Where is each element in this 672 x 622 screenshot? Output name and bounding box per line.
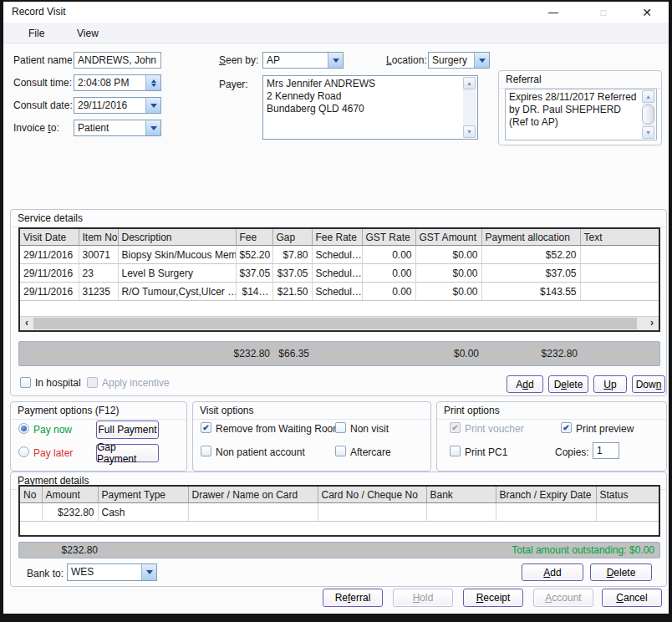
in-hospital-checkbox[interactable] bbox=[20, 377, 31, 388]
print-preview-label[interactable]: Print preview bbox=[576, 423, 634, 435]
cell[interactable] bbox=[580, 264, 659, 283]
non-patient-account-label[interactable]: Non patient account bbox=[216, 446, 305, 458]
referral-scrollbar[interactable]: ▲ ▼ bbox=[642, 90, 655, 139]
receipt-button[interactable]: Receipt bbox=[463, 589, 523, 607]
cell[interactable]: $37.05 bbox=[481, 264, 580, 283]
cell[interactable]: Biopsy Skin/Mucous Mem… bbox=[118, 246, 236, 264]
cell[interactable]: Schedul… bbox=[312, 264, 362, 283]
service-up-button[interactable]: Up bbox=[593, 375, 627, 393]
aftercare-checkbox[interactable] bbox=[335, 446, 346, 456]
print-preview-checkbox[interactable]: ✔ bbox=[561, 422, 572, 433]
cell[interactable]: 0.00 bbox=[362, 264, 415, 283]
cell[interactable]: $37.05 bbox=[272, 264, 312, 283]
cell[interactable]: $37.05 bbox=[236, 264, 272, 283]
full-payment-button[interactable]: Full Payment bbox=[96, 421, 159, 439]
cell[interactable]: Level B Surgery bbox=[118, 264, 236, 283]
cell[interactable]: 29/11/2016 bbox=[20, 264, 79, 283]
scroll-up-icon[interactable]: ▲ bbox=[642, 90, 654, 103]
non-patient-account-checkbox[interactable] bbox=[201, 446, 211, 456]
cell[interactable] bbox=[318, 503, 426, 522]
service-delete-button[interactable]: Delete bbox=[548, 375, 588, 393]
scroll-left-icon[interactable]: ‹ bbox=[20, 317, 33, 330]
invoice-to-combo[interactable]: Patient bbox=[74, 120, 161, 136]
payer-textarea[interactable]: Mrs Jennifer ANDREWS 2 Kennedy Road Bund… bbox=[262, 75, 478, 140]
non-visit-label[interactable]: Non visit bbox=[350, 423, 389, 435]
cell[interactable]: 29/11/2016 bbox=[20, 283, 79, 301]
pay-later-label[interactable]: Pay later bbox=[33, 447, 73, 459]
cell[interactable] bbox=[580, 246, 659, 264]
cell[interactable] bbox=[596, 503, 659, 522]
print-pc1-checkbox[interactable] bbox=[450, 446, 461, 456]
cell[interactable]: 0.00 bbox=[362, 246, 415, 264]
pay-now-radio[interactable] bbox=[18, 423, 29, 434]
cell-selected[interactable] bbox=[580, 283, 659, 301]
cell[interactable] bbox=[496, 503, 596, 522]
menu-item-file[interactable]: File bbox=[23, 26, 49, 41]
copies-input[interactable]: 1 bbox=[593, 442, 619, 459]
print-pc1-label[interactable]: Print PC1 bbox=[465, 446, 507, 458]
scroll-down-icon[interactable]: ▼ bbox=[642, 126, 654, 139]
referral-textbox[interactable]: Expires 28/11/2017 Referred by DR. Paul … bbox=[505, 89, 657, 140]
cell[interactable]: $7.80 bbox=[272, 246, 312, 264]
menu-item-view[interactable]: View bbox=[72, 26, 104, 41]
cell[interactable]: 30071 bbox=[79, 246, 118, 264]
dropdown-button[interactable] bbox=[328, 53, 343, 68]
non-visit-checkbox[interactable] bbox=[335, 422, 346, 433]
cell[interactable]: $14… bbox=[236, 283, 272, 301]
cell[interactable]: $0.00 bbox=[415, 264, 481, 283]
consult-date-combo[interactable]: 29/11/2016 bbox=[74, 97, 161, 114]
dropdown-button[interactable] bbox=[141, 564, 156, 580]
service-horizontal-scrollbar[interactable]: ‹ › bbox=[20, 316, 659, 330]
location-combo[interactable]: Surgery bbox=[428, 52, 490, 69]
cell[interactable] bbox=[426, 503, 496, 522]
cell[interactable]: 31235 bbox=[79, 283, 118, 301]
aftercare-label[interactable]: Aftercare bbox=[350, 446, 391, 458]
cell[interactable]: Schedul… bbox=[312, 246, 362, 264]
cell[interactable]: $0.00 bbox=[415, 246, 481, 264]
cell[interactable]: 23 bbox=[79, 264, 118, 283]
cell[interactable]: $52.20 bbox=[236, 246, 272, 264]
service-add-button[interactable]: Add bbox=[507, 375, 543, 393]
payer-scrollbar[interactable]: ▲ ▼ bbox=[463, 77, 476, 138]
service-row[interactable]: 29/11/2016 23 Level B Surgery $37.05 $37… bbox=[20, 264, 659, 283]
cell-selected[interactable]: 1 bbox=[20, 503, 42, 522]
cell[interactable]: Cash bbox=[98, 503, 188, 522]
cell[interactable]: 29/11/2016 bbox=[20, 246, 79, 264]
cell[interactable]: $21.50 bbox=[272, 283, 312, 301]
cell[interactable]: $143.55 bbox=[481, 283, 580, 301]
payment-delete-button[interactable]: Delete bbox=[590, 563, 652, 581]
remove-waiting-room-checkbox[interactable]: ✔ bbox=[201, 422, 211, 433]
time-spinner[interactable] bbox=[145, 75, 160, 90]
close-button[interactable]: ✕ bbox=[635, 5, 659, 19]
dropdown-button[interactable] bbox=[145, 120, 160, 135]
minimize-button[interactable]: — bbox=[542, 5, 565, 19]
scroll-up-icon[interactable]: ▲ bbox=[463, 77, 476, 89]
dropdown-button[interactable] bbox=[145, 98, 160, 113]
cell[interactable]: $232.80 bbox=[42, 503, 98, 522]
bank-to-combo[interactable]: WES bbox=[67, 563, 157, 581]
scroll-thumb[interactable] bbox=[33, 318, 637, 329]
patient-name-input[interactable]: ANDREWS, John bbox=[74, 52, 161, 69]
cell[interactable]: $0.00 bbox=[415, 283, 481, 301]
cell[interactable]: 0.00 bbox=[362, 283, 415, 301]
service-row[interactable]: 29/11/2016 30071 Biopsy Skin/Mucous Mem…… bbox=[20, 246, 659, 264]
payment-add-button[interactable]: Add bbox=[522, 563, 583, 581]
cancel-button[interactable]: Cancel bbox=[602, 589, 662, 607]
remove-waiting-room-label[interactable]: Remove from Waiting Room bbox=[216, 423, 341, 435]
scroll-right-icon[interactable]: › bbox=[645, 317, 659, 330]
consult-time-input[interactable]: 2:04:08 PM bbox=[74, 74, 161, 91]
pay-now-label[interactable]: Pay now bbox=[33, 424, 72, 436]
service-down-button[interactable]: Down bbox=[632, 375, 665, 393]
payment-row[interactable]: 1 $232.80 Cash bbox=[20, 503, 659, 522]
referral-button[interactable]: Referral bbox=[323, 589, 383, 607]
cell[interactable] bbox=[188, 503, 318, 522]
service-row[interactable]: 29/11/2016 31235 R/O Tumour,Cyst,Ulcer …… bbox=[20, 283, 659, 301]
cell[interactable]: $52.20 bbox=[481, 246, 580, 264]
seen-by-combo[interactable]: AP bbox=[262, 52, 344, 69]
scroll-thumb[interactable] bbox=[642, 105, 654, 125]
cell[interactable]: Schedul… bbox=[312, 283, 362, 301]
gap-payment-button[interactable]: Gap Payment bbox=[96, 444, 159, 462]
pay-later-radio[interactable] bbox=[18, 446, 29, 457]
dropdown-button[interactable] bbox=[474, 53, 489, 68]
cell[interactable]: R/O Tumour,Cyst,Ulcer … bbox=[118, 283, 236, 301]
